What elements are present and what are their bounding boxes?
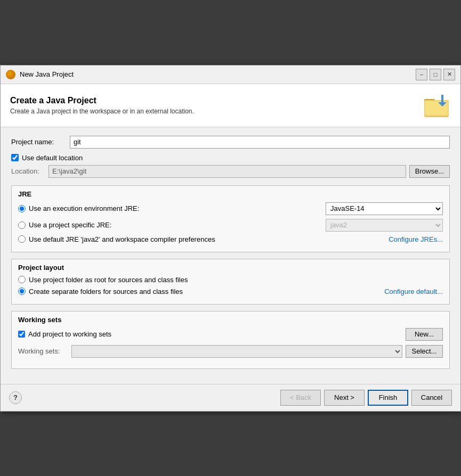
- back-button[interactable]: < Back: [280, 390, 321, 406]
- window-title: New Java Project: [20, 70, 74, 78]
- jre-specific-select[interactable]: java2: [326, 219, 443, 232]
- maximize-button[interactable]: □: [430, 69, 441, 80]
- project-name-row: Project name:: [11, 136, 450, 149]
- jre-environment-select[interactable]: JavaSE-14: [326, 202, 443, 215]
- layout-option2-label: Create separate folders for sources and …: [29, 288, 384, 296]
- new-working-set-button[interactable]: New...: [406, 328, 443, 341]
- working-sets-label: Working sets:: [18, 347, 71, 355]
- layout-option2-row: Create separate folders for sources and …: [18, 288, 443, 296]
- add-working-sets-label: Add project to working sets: [28, 330, 111, 338]
- add-working-sets-checkbox-group: Add project to working sets: [18, 330, 402, 338]
- jre-option1-row: Use an execution environment JRE: JavaSE…: [18, 202, 443, 215]
- minimize-button[interactable]: −: [416, 69, 427, 80]
- location-input[interactable]: [48, 165, 406, 178]
- working-sets-select[interactable]: [71, 345, 402, 358]
- jre-group: JRE Use an execution environment JRE: Ja…: [11, 185, 450, 252]
- title-bar: New Java Project − □ ✕: [1, 65, 460, 84]
- svg-rect-4: [441, 95, 443, 102]
- jre-option2-row: Use a project specific JRE: java2: [18, 219, 443, 232]
- jre-option1-label: Use an execution environment JRE:: [29, 204, 326, 212]
- footer-left: ?: [9, 391, 22, 404]
- title-bar-left: New Java Project: [6, 70, 74, 79]
- use-default-location-row: Use default location: [11, 154, 450, 162]
- title-bar-controls: − □ ✕: [416, 69, 455, 80]
- jre-option3-row: Use default JRE 'java2' and workspace co…: [18, 235, 443, 243]
- eclipse-icon: [6, 70, 15, 79]
- close-button[interactable]: ✕: [443, 69, 455, 80]
- add-working-sets-row: Add project to working sets New...: [18, 328, 443, 341]
- layout-option1-row: Use project folder as root for sources a…: [18, 276, 443, 284]
- use-default-location-label: Use default location: [22, 154, 83, 162]
- main-content: Project name: Use default location Locat…: [1, 127, 460, 384]
- header-title: Create a Java Project: [10, 96, 194, 105]
- project-layout-title: Project layout: [18, 264, 443, 272]
- jre-option3-label: Use default JRE 'java2' and workspace co…: [29, 235, 389, 243]
- configure-jres-link[interactable]: Configure JREs...: [389, 235, 443, 243]
- header-subtitle: Create a Java project in the workspace o…: [10, 108, 194, 115]
- footer-right: < Back Next > Finish Cancel: [280, 390, 452, 406]
- layout-option2-radio[interactable]: [18, 288, 26, 295]
- jre-option2-label: Use a project specific JRE:: [29, 221, 326, 229]
- working-sets-title: Working sets: [18, 316, 443, 324]
- use-default-location-checkbox[interactable]: [11, 154, 19, 161]
- footer: ? < Back Next > Finish Cancel: [1, 384, 460, 411]
- working-sets-field-row: Working sets: Select...: [18, 345, 443, 358]
- configure-default-link[interactable]: Configure default...: [384, 288, 443, 296]
- cancel-button[interactable]: Cancel: [411, 390, 452, 406]
- location-label: Location:: [11, 167, 48, 175]
- dialog: New Java Project − □ ✕ Create a Java Pro…: [0, 65, 461, 412]
- jre-option3-radio[interactable]: [18, 235, 26, 243]
- jre-option2-radio[interactable]: [18, 221, 26, 229]
- project-name-input[interactable]: [70, 136, 450, 149]
- jre-option1-radio[interactable]: [18, 205, 26, 212]
- jre-title: JRE: [18, 190, 443, 198]
- header-section: Create a Java Project Create a Java proj…: [1, 84, 460, 127]
- layout-option1-radio[interactable]: [18, 276, 26, 283]
- next-button[interactable]: Next >: [324, 390, 365, 406]
- folder-icon: [423, 92, 451, 119]
- header-text: Create a Java Project Create a Java proj…: [10, 96, 194, 115]
- layout-option1-label: Use project folder as root for sources a…: [29, 276, 443, 284]
- help-button[interactable]: ?: [9, 391, 22, 404]
- working-sets-group: Working sets Add project to working sets…: [11, 311, 450, 369]
- location-row: Location: Browse...: [11, 165, 450, 178]
- add-working-sets-checkbox[interactable]: [18, 331, 25, 338]
- browse-button[interactable]: Browse...: [409, 165, 450, 178]
- finish-button[interactable]: Finish: [368, 390, 408, 406]
- select-working-set-button[interactable]: Select...: [406, 345, 443, 358]
- project-layout-group: Project layout Use project folder as roo…: [11, 259, 450, 305]
- project-name-label: Project name:: [11, 138, 70, 146]
